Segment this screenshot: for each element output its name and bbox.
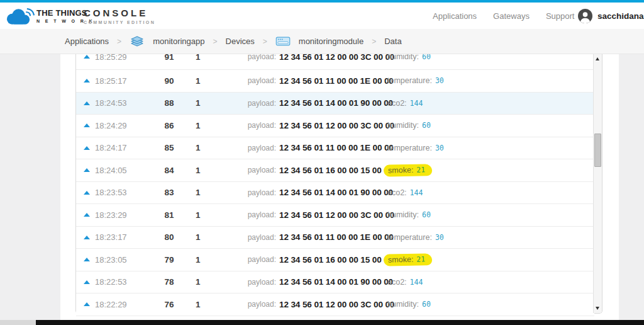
row-payload-bytes: 12 34 56 01 11 00 00 1E 00 00 [279, 70, 394, 92]
data-table-rows: 18:25:29 91 1 payload: 12 34 56 01 12 00… [76, 54, 594, 316]
uplink-arrow-icon [84, 213, 90, 217]
uplink-arrow-icon [84, 191, 90, 195]
payload-label: payload: [177, 249, 276, 271]
decoded-cell: humidity: 60 [384, 54, 435, 68]
row-payload-bytes: 12 34 56 01 14 00 01 90 00 00 [279, 93, 393, 115]
decoded-field-value: 30 [432, 233, 444, 242]
decoded-field-label: temperature: [387, 233, 432, 242]
decoded-field-value: 144 [407, 99, 423, 108]
table-row-inner: 18:23:29 81 1 payload: 12 34 56 01 12 00… [76, 204, 594, 226]
breadcrumb-applications[interactable]: Applications [65, 37, 109, 46]
scroll-up-arrow-icon[interactable] [596, 57, 599, 60]
decoded-field-label: humidity: [387, 54, 419, 61]
table-row[interactable]: 18:22:29 76 1 payload: 12 34 56 01 12 00… [76, 294, 594, 316]
decoded-cell: humidity: 60 [384, 204, 435, 226]
bottom-black-band [36, 320, 644, 325]
nav-gateways[interactable]: Gateways [493, 11, 530, 21]
breadcrumb-devices[interactable]: Devices [226, 37, 255, 46]
breadcrumb-app-name[interactable]: monitoringapp [153, 37, 204, 46]
decoded-field-value: 30 [432, 76, 444, 85]
uplink-cell [84, 115, 90, 137]
payload-label: payload: [177, 294, 276, 316]
decoded-cell: smoke: 21 [384, 249, 432, 271]
table-row[interactable]: 18:24:29 86 1 payload: 12 34 56 01 12 00… [76, 115, 594, 137]
table-row[interactable]: 18:25:29 91 1 payload: 12 34 56 01 12 00… [76, 54, 594, 70]
row-time: 18:23:29 [95, 204, 127, 226]
table-row[interactable]: 18:24:53 88 1 payload: 12 34 56 01 14 00… [76, 93, 594, 115]
table-row[interactable]: 18:23:29 81 1 payload: 12 34 56 01 12 00… [76, 204, 594, 227]
breadcrumb: Applications > monitoringapp > Devices >… [0, 29, 644, 54]
table-row[interactable]: 18:24:17 85 1 payload: 12 34 56 01 11 00… [76, 137, 594, 160]
payload-label: payload: [177, 70, 276, 92]
uplink-arrow-icon [84, 55, 90, 59]
breadcrumb-separator: > [213, 37, 218, 46]
table-row-inner: 18:24:17 85 1 payload: 12 34 56 01 11 00… [76, 137, 594, 159]
uplink-arrow-icon [84, 146, 90, 150]
table-row-inner: 18:23:53 83 1 payload: 12 34 56 01 14 00… [76, 182, 594, 204]
uplink-cell [84, 227, 90, 249]
uplink-arrow-icon [84, 79, 90, 83]
user-menu[interactable]: sacchidanand_ [578, 3, 644, 29]
row-time: 18:24:29 [95, 115, 127, 137]
table-row-inner: 18:22:29 76 1 payload: 12 34 56 01 12 00… [76, 294, 594, 316]
nav-applications[interactable]: Applications [433, 11, 477, 21]
decoded-field-value: 60 [419, 210, 431, 219]
data-table-card: 18:25:29 91 1 payload: 12 34 56 01 12 00… [75, 54, 602, 314]
ttn-cloud-logo-icon[interactable] [4, 6, 36, 26]
row-payload-bytes: 12 34 56 01 12 00 00 3C 00 00 [279, 294, 394, 316]
device-icon [275, 35, 291, 47]
uplink-arrow-icon [84, 101, 90, 105]
payload-label: payload: [177, 115, 276, 137]
row-payload-bytes: 12 34 56 01 14 00 01 90 00 00 [279, 182, 393, 204]
row-payload-bytes: 12 34 56 01 12 00 00 3C 00 00 [279, 115, 394, 137]
decoded-cell: eco2: 144 [384, 93, 426, 115]
console-title: CONSOLE [84, 8, 155, 18]
decoded-cell: temperature: 30 [384, 70, 448, 92]
breadcrumb-device-name[interactable]: monitoringmodule [299, 37, 364, 46]
decoded-cell: eco2: 144 [384, 182, 426, 204]
decoded-field: humidity: 60 [384, 209, 435, 220]
table-row[interactable]: 18:24:05 84 1 payload: 12 34 56 01 16 00… [76, 159, 594, 182]
console-wordmark: CONSOLE COMMUNITY EDITION [84, 8, 155, 25]
uplink-arrow-icon [84, 123, 90, 127]
decoded-field: eco2: 144 [384, 187, 426, 198]
user-avatar-icon [578, 9, 592, 23]
payload-label: payload: [177, 93, 276, 115]
breadcrumb-data[interactable]: Data [384, 37, 401, 46]
decoded-field-value: 60 [419, 54, 431, 61]
table-row[interactable]: 18:23:53 83 1 payload: 12 34 56 01 14 00… [76, 182, 594, 205]
decoded-field-label: temperature: [387, 144, 432, 152]
decoded-cell: humidity: 60 [384, 294, 435, 316]
table-row[interactable]: 18:23:05 79 1 payload: 12 34 56 01 16 00… [76, 249, 594, 271]
uplink-cell [84, 70, 90, 92]
row-time: 18:24:17 [95, 137, 127, 159]
row-time: 18:25:17 [95, 70, 127, 92]
nav-support[interactable]: Support [546, 11, 575, 21]
decoded-field-label: smoke: [388, 166, 414, 175]
payload-label: payload: [177, 204, 276, 226]
decoded-field: smoke: 21 [384, 164, 433, 177]
uplink-cell [84, 159, 90, 181]
decoded-field-value: 60 [419, 300, 431, 309]
decoded-cell: smoke: 21 [384, 159, 432, 181]
table-row[interactable]: 18:23:17 80 1 payload: 12 34 56 01 11 00… [76, 227, 594, 249]
table-scrollbar[interactable] [593, 54, 602, 313]
decoded-field: humidity: 60 [384, 120, 435, 131]
row-time: 18:22:53 [95, 271, 127, 294]
row-payload-bytes: 12 34 56 01 14 00 01 90 00 00 [279, 271, 393, 294]
decoded-field: smoke: 21 [384, 253, 433, 266]
table-row-inner: 18:25:29 91 1 payload: 12 34 56 01 12 00… [76, 54, 594, 68]
table-row[interactable]: 18:22:53 78 1 payload: 12 34 56 01 14 00… [76, 271, 594, 294]
row-payload-bytes: 12 34 56 01 16 00 00 15 00 00 [279, 159, 393, 181]
table-row[interactable]: 18:25:17 90 1 payload: 12 34 56 01 11 00… [76, 70, 594, 93]
decoded-field-value: 144 [407, 188, 423, 197]
scrollbar-thumb[interactable] [594, 134, 601, 167]
uplink-cell [84, 93, 90, 115]
scroll-down-arrow-icon[interactable] [596, 307, 599, 310]
uplink-arrow-icon [84, 258, 90, 261]
bottom-left-strip [0, 320, 36, 325]
decoded-field-label: temperature: [387, 76, 432, 85]
uplink-cell [84, 137, 90, 159]
table-row-inner: 18:22:53 78 1 payload: 12 34 56 01 14 00… [76, 271, 594, 294]
row-payload-bytes: 12 34 56 01 12 00 00 3C 00 00 [279, 54, 394, 68]
